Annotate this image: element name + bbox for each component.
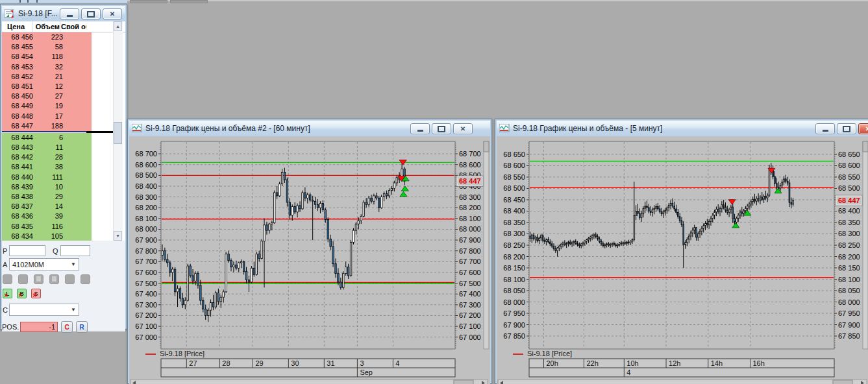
own-volume-cell[interactable]	[66, 202, 92, 211]
volume-cell[interactable]: 19	[36, 101, 66, 111]
own-volume-cell[interactable]	[66, 133, 92, 143]
table-row-ask[interactable]: 68 44817	[2, 112, 125, 121]
minimize-button[interactable]	[815, 123, 835, 134]
close-position-button[interactable]: C	[61, 321, 73, 333]
h-scrollbar[interactable]	[498, 379, 867, 384]
chart-canvas-5min[interactable]: 68 65068 65068 60068 60068 55068 55068 5…	[497, 136, 868, 384]
table-row-ask[interactable]: 68 456223	[2, 32, 125, 42]
volume-cell[interactable]: 116	[36, 222, 66, 232]
price-cell[interactable]: 68 435	[2, 222, 36, 232]
column-header-volume[interactable]: Объем	[33, 21, 60, 32]
toolbar-button-2[interactable]	[18, 274, 28, 284]
close-button[interactable]: ✕	[858, 123, 868, 134]
volume-cell[interactable]: 17	[36, 112, 66, 121]
price-cell[interactable]: 68 442	[2, 152, 36, 162]
volume-cell[interactable]: 188	[36, 121, 66, 131]
table-row-ask[interactable]: 68 454118	[2, 52, 125, 62]
dom-scrollbar[interactable]: ▲ ▼	[113, 21, 123, 241]
table-row-bid[interactable]: 68 440111	[2, 173, 125, 182]
cancel-sell-orders-button[interactable]: S✕	[31, 289, 41, 298]
table-row-bid[interactable]: 68 43639	[2, 211, 125, 221]
volume-cell[interactable]: 21	[36, 72, 66, 82]
volume-cell[interactable]: 38	[36, 162, 66, 172]
price-cell[interactable]: 68 437	[2, 202, 36, 211]
price-cell[interactable]: 68 449	[2, 101, 36, 111]
table-row-bid[interactable]: 68 44311	[2, 143, 125, 152]
price-cell[interactable]: 68 447	[2, 121, 36, 131]
volume-cell[interactable]: 27	[36, 91, 66, 101]
price-cell[interactable]: 68 434	[2, 232, 36, 241]
volume-cell[interactable]: 223	[36, 32, 66, 42]
maximize-button[interactable]	[432, 123, 451, 134]
dom-titlebar[interactable]: Si-9.18 [F... ✕	[2, 6, 125, 21]
dom-table-header[interactable]: Цена Объем Свой об	[2, 21, 125, 32]
maximize-button[interactable]	[837, 123, 856, 134]
own-volume-cell[interactable]	[66, 101, 92, 111]
toolbar-button-4[interactable]	[49, 274, 59, 284]
column-header-price[interactable]: Цена	[2, 21, 33, 32]
price-cell[interactable]: 68 438	[2, 192, 36, 202]
volume-cell[interactable]: 32	[36, 62, 66, 72]
price-cell[interactable]: 68 436	[2, 211, 36, 221]
price-cell[interactable]: 68 454	[2, 52, 36, 62]
volume-cell[interactable]: 6	[36, 133, 66, 143]
price-cell[interactable]: 68 456	[2, 32, 36, 42]
volume-cell[interactable]: 29	[36, 192, 66, 202]
price-cell[interactable]: 68 450	[2, 91, 36, 101]
reverse-position-button[interactable]: R	[76, 321, 88, 333]
volume-cell[interactable]: 14	[36, 202, 66, 211]
table-row-bid[interactable]: 68 4446	[2, 133, 125, 143]
own-volume-cell[interactable]	[66, 143, 92, 152]
price-cell[interactable]: 68 453	[2, 62, 36, 72]
table-row-ask[interactable]: 68 45221	[2, 72, 125, 82]
table-row-ask[interactable]: 68 447188	[2, 121, 125, 131]
toolbar-button-6[interactable]	[81, 274, 90, 284]
price-cell[interactable]: 68 440	[2, 173, 36, 182]
own-volume-cell[interactable]	[66, 232, 92, 241]
own-volume-cell[interactable]	[66, 32, 92, 42]
chart-canvas-60min[interactable]: 68 70068 70068 60068 60068 50068 50068 4…	[129, 136, 490, 384]
volume-cell[interactable]: 12	[36, 82, 66, 91]
own-volume-cell[interactable]	[66, 222, 92, 232]
own-volume-cell[interactable]	[66, 62, 92, 72]
h-scrollbar[interactable]	[130, 379, 488, 384]
own-volume-cell[interactable]	[66, 72, 92, 82]
table-row-bid[interactable]: 68 435116	[2, 222, 125, 232]
v-scrollbar[interactable]	[484, 141, 489, 349]
price-cell[interactable]: 68 452	[2, 72, 36, 82]
table-row-ask[interactable]: 68 44919	[2, 101, 125, 111]
cancel-buy-orders-button[interactable]: B✕	[17, 289, 27, 298]
price-cell[interactable]: 68 443	[2, 143, 36, 152]
own-volume-cell[interactable]	[66, 211, 92, 221]
minimize-button[interactable]	[60, 8, 79, 19]
own-volume-cell[interactable]	[66, 192, 92, 202]
table-row-bid[interactable]: 68 44138	[2, 162, 125, 172]
own-volume-cell[interactable]	[66, 173, 92, 182]
toolbar-button-3[interactable]	[34, 274, 43, 284]
close-button[interactable]: ✕	[103, 8, 122, 19]
price-cell[interactable]: 68 441	[2, 162, 36, 172]
account-select[interactable]: 4102M0M ▼	[9, 258, 79, 270]
table-row-ask[interactable]: 68 45112	[2, 82, 125, 91]
v-scrollbar[interactable]	[863, 141, 868, 349]
client-code-select[interactable]: ▼	[9, 304, 79, 316]
scroll-up-icon[interactable]: ▲	[114, 21, 122, 31]
price-input[interactable]	[9, 245, 45, 256]
own-volume-cell[interactable]	[66, 152, 92, 162]
toolbar-button-5[interactable]	[65, 274, 75, 284]
chart5-titlebar[interactable]: Si-9.18 График цены и объёма - [5 минут]…	[497, 121, 868, 136]
price-cell[interactable]: 68 455	[2, 42, 36, 52]
table-row-bid[interactable]: 68 434105	[2, 232, 125, 241]
column-header-own[interactable]: Свой об	[60, 21, 86, 32]
volume-cell[interactable]: 10	[36, 182, 66, 192]
volume-cell[interactable]: 39	[36, 211, 66, 221]
volume-cell[interactable]: 118	[36, 52, 66, 62]
own-volume-cell[interactable]	[66, 182, 92, 192]
scrollbar-thumb[interactable]	[114, 122, 122, 144]
maximize-button[interactable]	[81, 8, 101, 19]
table-row-ask[interactable]: 68 45332	[2, 62, 125, 72]
price-cell[interactable]: 68 444	[2, 133, 36, 143]
minimize-button[interactable]	[410, 123, 430, 134]
quantity-input[interactable]	[60, 245, 90, 256]
own-volume-cell[interactable]	[66, 52, 92, 62]
